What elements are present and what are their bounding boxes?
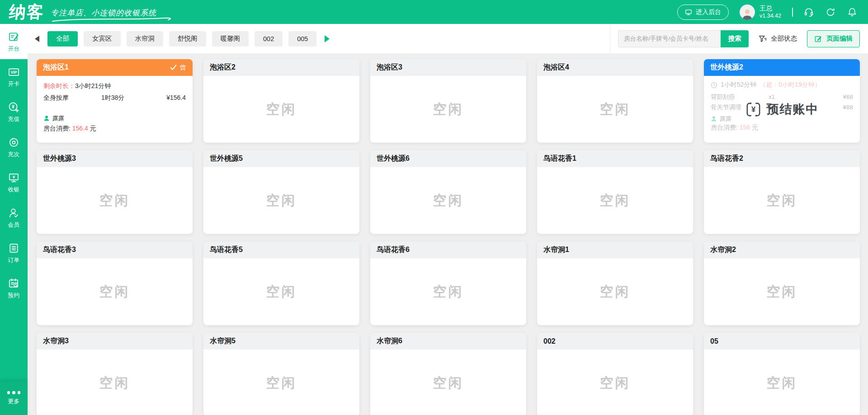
tabs-scroll-right-icon[interactable]: [325, 35, 330, 42]
service-name: 全身按摩: [43, 94, 101, 102]
room-card-body: 空闲: [370, 167, 526, 234]
room-name: 水帘洞2: [710, 245, 736, 255]
edit-icon: [814, 35, 822, 43]
sidebar-item-recharge-times[interactable]: 充次: [0, 130, 28, 165]
room-card-header: 鸟语花香6: [370, 242, 526, 258]
room-card[interactable]: 002 空闲: [537, 333, 693, 415]
tab-005[interactable]: 005: [288, 31, 316, 47]
room-card[interactable]: 水帘洞6 空闲: [370, 333, 526, 415]
room-card[interactable]: 水帘洞3 空闲: [37, 333, 193, 415]
sidebar-item-label: 预约: [8, 292, 20, 299]
recharge-times-icon: [8, 136, 20, 149]
sidebar-item-booking[interactable]: 预约: [0, 270, 28, 306]
room-card[interactable]: 泡浴区4 空闲: [537, 59, 693, 143]
tab-舒悦阁[interactable]: 舒悦阁: [169, 31, 206, 47]
room-card[interactable]: 水帘洞5 空闲: [203, 333, 359, 415]
bell-icon[interactable]: [847, 7, 857, 17]
search-input[interactable]: [618, 30, 721, 47]
room-name: 泡浴区3: [377, 63, 402, 72]
pre-settle-icon: ¥: [745, 101, 762, 118]
room-card-header: 鸟语花香3: [37, 242, 193, 258]
user-name: 王总: [760, 4, 781, 12]
room-name: 泡浴区4: [543, 63, 569, 72]
idle-status-label: 空闲: [99, 374, 130, 392]
room-card-body: 剩余时长：3小时21分钟 全身按摩 1时38分 ¥156.4 露露 房台消费: …: [37, 76, 193, 143]
room-name: 水帘洞1: [543, 245, 569, 255]
idle-status-label: 空闲: [433, 191, 464, 210]
sidebar-item-open-table[interactable]: 开台: [0, 24, 28, 59]
room-card-body: 空闲: [370, 258, 526, 325]
user-cluster[interactable]: 王总 v1.34.42: [740, 4, 781, 19]
avatar: [740, 5, 755, 20]
enter-backend-button[interactable]: 进入后台: [677, 5, 729, 20]
sidebar-more-label: 更多: [8, 398, 20, 406]
sidebar-item-more[interactable]: 更多: [0, 382, 28, 415]
room-card[interactable]: 世外桃源6 空闲: [370, 150, 526, 234]
staff-row: 露露: [43, 114, 186, 122]
room-name: 世外桃源2: [710, 63, 743, 72]
room-name: 鸟语花香1: [543, 154, 576, 163]
tab-全部[interactable]: 全部: [47, 31, 78, 47]
room-card[interactable]: 泡浴区2 空闲: [203, 59, 359, 143]
booking-icon: [8, 277, 20, 289]
idle-status-label: 空闲: [767, 374, 797, 392]
room-name: 鸟语花香2: [710, 154, 743, 163]
svg-text:¥: ¥: [751, 105, 755, 114]
tab-水帘洞[interactable]: 水帘洞: [127, 31, 164, 47]
room-card-header: 世外桃源2: [704, 59, 860, 76]
room-name: 鸟语花香5: [210, 245, 243, 255]
order-icon: [8, 242, 20, 254]
room-card[interactable]: 鸟语花香2 空闲: [704, 150, 860, 234]
room-card-header: 水帘洞1: [537, 242, 693, 258]
sidebar-item-member[interactable]: 会员: [0, 200, 28, 235]
idle-status-label: 空闲: [433, 100, 464, 119]
room-card-header: 鸟语花香5: [203, 242, 359, 258]
tab-女宾区[interactable]: 女宾区: [84, 31, 121, 47]
support-headset-icon[interactable]: [804, 7, 814, 17]
room-card[interactable]: 05 空闲: [704, 333, 860, 415]
tab-002[interactable]: 002: [255, 31, 283, 47]
page-edit-button[interactable]: 页面编辑: [807, 30, 860, 47]
room-card-header: 水帘洞2: [704, 242, 860, 258]
room-name: 002: [543, 337, 556, 345]
room-card-body: 空闲: [370, 350, 526, 415]
room-card-body: 空闲: [704, 350, 860, 415]
sync-icon[interactable]: [826, 7, 835, 17]
sidebar-item-order[interactable]: 订单: [0, 235, 28, 270]
room-card[interactable]: 水帘洞2 空闲: [704, 242, 860, 325]
room-name: 泡浴区1: [43, 63, 69, 72]
person-icon: [43, 115, 50, 121]
room-card[interactable]: 鸟语花香6 空闲: [370, 242, 526, 325]
room-card-header: 002: [537, 333, 693, 350]
room-grid: 泡浴区1 曾 剩余时长：3小时21分钟 全身按摩 1时38分 ¥156.4 露露…: [37, 59, 868, 415]
room-card[interactable]: 世外桃源3 空闲: [37, 150, 193, 234]
sidebar-item-vip-card[interactable]: VIP开卡: [0, 59, 28, 94]
room-name: 泡浴区2: [210, 63, 236, 72]
room-name: 鸟语花香6: [377, 245, 410, 255]
room-card[interactable]: 泡浴区1 曾 剩余时长：3小时21分钟 全身按摩 1时38分 ¥156.4 露露…: [37, 59, 193, 143]
room-card-header: 水帘洞5: [203, 333, 359, 350]
tabs-scroll-left-icon[interactable]: [35, 36, 39, 42]
room-card[interactable]: 世外桃源2 1小时52分钟 （超：0小时19分钟） 背部刮痧 x1 ¥68 骨关…: [704, 59, 860, 143]
consumption-row: 房台消费: 156.4 元: [43, 125, 186, 133]
room-name: 鸟语花香3: [43, 245, 76, 255]
room-card[interactable]: 泡浴区3 空闲: [370, 59, 526, 143]
room-card[interactable]: 鸟语花香1 空闲: [537, 150, 693, 234]
tab-暖馨阁[interactable]: 暖馨阁: [212, 31, 249, 47]
search-button[interactable]: 搜索: [721, 30, 749, 47]
room-card-header: 泡浴区4: [537, 59, 693, 76]
room-card[interactable]: 世外桃源5 空闲: [203, 150, 359, 234]
room-card[interactable]: 鸟语花香5 空闲: [203, 242, 359, 325]
room-card-body: 空闲: [370, 76, 526, 143]
room-card[interactable]: 鸟语花香3 空闲: [37, 242, 193, 325]
room-card[interactable]: 水帘洞1 空闲: [537, 242, 693, 325]
idle-status-label: 空闲: [266, 100, 297, 119]
sidebar-item-recharge[interactable]: ¥充值: [0, 94, 28, 130]
sidebar-item-cashier[interactable]: ¥收银: [0, 165, 28, 200]
status-filter[interactable]: 全部状态: [759, 34, 797, 43]
idle-status-label: 空闲: [266, 374, 297, 392]
search-group: 搜索: [618, 30, 749, 47]
room-name: 水帘洞5: [210, 336, 236, 346]
top-bar: 纳客 专注单店、小连锁的收银系统 进入后台 王总 v1.34.42: [0, 0, 868, 24]
idle-status-label: 空闲: [600, 100, 631, 119]
